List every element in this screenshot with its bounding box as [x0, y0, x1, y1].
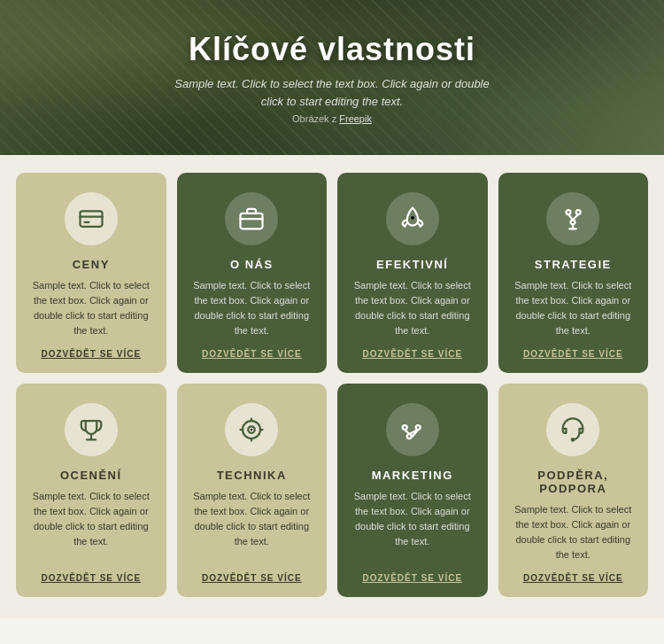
card-title: STRATEGIE [535, 258, 612, 271]
cards-section: CENY Sample text. Click to select the te… [0, 155, 664, 618]
svg-rect-0 [80, 211, 102, 227]
card-o-nas: O NÁS Sample text. Click to select the t… [177, 173, 328, 373]
card-text: Sample text. Click to select the text bo… [28, 489, 154, 563]
support-icon [546, 403, 599, 456]
tech-icon [225, 403, 278, 456]
card-oceneni: OCENĚNÍ Sample text. Click to select the… [16, 384, 166, 597]
svg-rect-3 [241, 213, 263, 229]
card-link[interactable]: DOZVĚDĚT SE VÍCE [202, 573, 302, 583]
trophy-icon [65, 403, 118, 456]
card-title: EFEKTIVNÍ [376, 258, 448, 271]
card-text: Sample text. Click to select the text bo… [189, 278, 315, 338]
card-link[interactable]: DOZVĚDĚT SE VÍCE [41, 573, 141, 583]
card-technika: TECHNIKA Sample text. Click to select th… [177, 384, 328, 597]
page-title: Klíčové vlastnosti [189, 31, 475, 68]
hero-section: Klíčové vlastnosti Sample text. Click to… [0, 0, 664, 155]
card-link[interactable]: DOZVĚDĚT SE VÍCE [41, 349, 141, 359]
card-link[interactable]: DOZVĚDĚT SE VÍCE [202, 349, 302, 359]
rocket-icon [386, 192, 439, 245]
card-text: Sample text. Click to select the text bo… [511, 278, 637, 338]
hero-credit: Obrázek z Freepik [292, 113, 372, 124]
card-title: MARKETING [372, 469, 453, 482]
card-title: OCENĚNÍ [60, 469, 122, 482]
hero-subtitle: Sample text. Click to select the text bo… [164, 75, 500, 110]
cards-grid: CENY Sample text. Click to select the te… [16, 173, 648, 597]
briefcase-icon [225, 192, 278, 245]
card-text: Sample text. Click to select the text bo… [350, 278, 475, 338]
card-link[interactable]: DOZVĚDĚT SE VÍCE [523, 573, 623, 583]
card-text: Sample text. Click to select the text bo… [189, 489, 315, 563]
card-efektivni: EFEKTIVNÍ Sample text. Click to select t… [337, 173, 488, 373]
card-text: Sample text. Click to select the text bo… [28, 278, 154, 338]
card-link[interactable]: DOZVĚDĚT SE VÍCE [523, 349, 623, 359]
card-title: TECHNIKA [217, 469, 287, 482]
card-podpora: PODPĚRA, PODPORA Sample text. Click to s… [498, 384, 649, 597]
card-ceny: CENY Sample text. Click to select the te… [16, 173, 166, 373]
svg-point-20 [251, 429, 253, 431]
card-link[interactable]: DOZVĚDĚT SE VÍCE [362, 349, 462, 359]
card-strategie: STRATEGIE Sample text. Click to select t… [498, 173, 649, 373]
card-text: Sample text. Click to select the text bo… [511, 502, 637, 563]
card-title: CENY [73, 258, 110, 271]
marketing-icon [386, 403, 439, 456]
svg-line-11 [573, 214, 578, 220]
creditcard-icon [65, 192, 118, 245]
card-link[interactable]: DOZVĚDĚT SE VÍCE [362, 573, 462, 583]
card-text: Sample text. Click to select the text bo… [350, 489, 475, 563]
freepik-link[interactable]: Freepik [339, 113, 372, 124]
card-title: O NÁS [230, 258, 274, 271]
strategy-icon [546, 192, 599, 245]
card-marketing: MARKETING Sample text. Click to select t… [337, 384, 488, 597]
card-title: PODPĚRA, PODPORA [511, 469, 637, 495]
svg-line-10 [568, 214, 573, 220]
svg-point-6 [411, 216, 414, 220]
